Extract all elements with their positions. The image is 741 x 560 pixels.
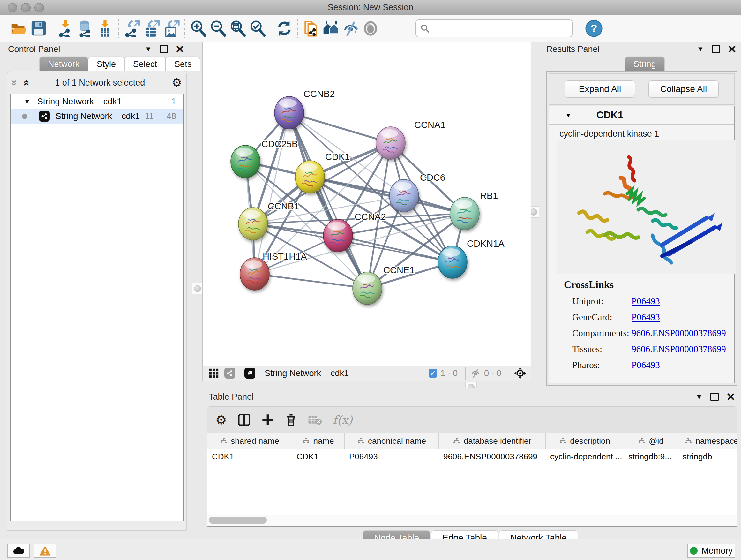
node-label-CCNA2: CCNA2: [354, 212, 386, 222]
column-header-name[interactable]: name: [292, 433, 345, 449]
results-panel: Results Panel ▼ ✕ String Expand All Coll…: [542, 42, 741, 388]
network-row-selected[interactable]: String Network – cdk1 11 48: [10, 109, 183, 124]
column-header-canonical-name[interactable]: canonical name: [345, 433, 439, 449]
save-session-icon[interactable]: [29, 18, 49, 38]
search-icon: [420, 23, 430, 34]
collection-label: String Network – cdk1: [37, 97, 172, 107]
panel-close-icon[interactable]: ✕: [176, 46, 185, 52]
create-column-plus-icon[interactable]: [261, 414, 274, 426]
zoom-in-icon[interactable]: [188, 18, 208, 38]
column-header-namespace[interactable]: namespace: [678, 433, 737, 449]
memory-button[interactable]: Memory: [687, 544, 735, 558]
collapse-all-networks-icon[interactable]: »: [19, 80, 31, 86]
tab-style[interactable]: Style: [88, 57, 125, 71]
refresh-icon[interactable]: [274, 18, 294, 38]
memory-status-dot-icon: [690, 547, 697, 555]
hide-selected-icon[interactable]: [341, 18, 360, 38]
toolbar-separator: [185, 19, 185, 38]
edge-CCNB2-CCNA1[interactable]: [289, 113, 391, 143]
table-cell[interactable]: CDK1: [207, 449, 292, 464]
collection-expand-triangle-icon[interactable]: ▼: [24, 98, 30, 105]
panel-menu-caret-icon[interactable]: ▼: [145, 45, 152, 53]
tab-select[interactable]: Select: [125, 57, 165, 71]
crosslink-link[interactable]: P06493: [631, 360, 660, 370]
table-cell[interactable]: 9606.ENSP00000378699: [439, 449, 546, 464]
search-input[interactable]: [415, 19, 572, 37]
fit-content-crosshair-icon[interactable]: [514, 367, 527, 380]
delete-column-trash-icon[interactable]: [285, 414, 297, 426]
export-image-icon[interactable]: [161, 18, 181, 38]
crosslink-link[interactable]: 9606.ENSP00000378699: [631, 344, 726, 354]
export-network-icon[interactable]: [122, 18, 142, 38]
node-RB1[interactable]: RB1: [450, 191, 498, 230]
panel-close-icon[interactable]: ✕: [726, 394, 736, 400]
import-network-icon[interactable]: [56, 18, 75, 38]
column-header-shared-name[interactable]: shared name: [207, 433, 292, 449]
gene-collapse-triangle-icon[interactable]: ▼: [565, 112, 571, 119]
node-CCNA1[interactable]: CCNA1: [376, 120, 446, 159]
left-splitter-handle[interactable]: [192, 283, 203, 294]
panel-menu-caret-icon[interactable]: ▼: [697, 45, 704, 53]
network-options-gear-icon[interactable]: ⚙: [172, 77, 182, 88]
panel-float-icon[interactable]: [159, 45, 168, 53]
panel-float-icon[interactable]: [712, 45, 720, 53]
delete-table-icon[interactable]: [308, 415, 322, 425]
selected-checkbox-icon[interactable]: ✓: [428, 369, 437, 378]
first-neighbors-icon[interactable]: [301, 18, 321, 38]
warning-button[interactable]: [33, 544, 57, 558]
crosslink-link[interactable]: 9606.ENSP00000378699: [631, 328, 726, 338]
node-CDKN1A[interactable]: CDKN1A: [438, 239, 504, 278]
view-string-icon[interactable]: [224, 368, 235, 379]
show-columns-icon[interactable]: [238, 414, 251, 426]
collapse-all-button[interactable]: Collapse All: [649, 80, 719, 98]
table-row[interactable]: CDK1CDK1P064939606.ENSP00000378699cyclin…: [207, 449, 737, 464]
zoom-out-icon[interactable]: [208, 18, 228, 38]
network-view-toolbar: String Network – cdk1 ✓ 1 - 0 0 - 0: [202, 366, 531, 381]
node-label-CCNE1: CCNE1: [383, 265, 414, 275]
table-cell[interactable]: P06493: [345, 449, 439, 464]
grid-mode-icon[interactable]: [208, 368, 219, 379]
import-database-icon[interactable]: [75, 18, 95, 38]
edge-HIST1H1A-CCNE1[interactable]: [255, 274, 367, 288]
function-builder-icon[interactable]: f(x): [333, 414, 353, 427]
edge-CCNB2-CCNE1[interactable]: [289, 113, 367, 288]
panel-float-icon[interactable]: [711, 393, 719, 401]
panel-menu-caret-icon[interactable]: ▼: [696, 393, 703, 401]
table-cell[interactable]: cyclin-dependent ...: [546, 449, 624, 464]
scrollbar-thumb[interactable]: [209, 516, 267, 523]
network-collection-row[interactable]: ▼ String Network – cdk1 1: [10, 94, 183, 109]
crosslink-link[interactable]: P06493: [631, 312, 660, 322]
table-cell[interactable]: stringdb:9...: [624, 449, 678, 464]
open-session-icon[interactable]: [9, 18, 29, 38]
node-CCNE1[interactable]: CCNE1: [353, 265, 414, 305]
gene-header-row[interactable]: ▼ CDK1: [549, 106, 734, 125]
tab-network[interactable]: Network: [39, 57, 88, 71]
hidden-eye-icon[interactable]: [470, 368, 481, 379]
column-header--id[interactable]: @id: [624, 433, 678, 449]
column-header-database-identifier[interactable]: database identifier: [439, 433, 546, 449]
string-network-graph[interactable]: CCNB2CCNA1CDC25BCDK1CDC6RB1CCNB1CCNA2CDK…: [203, 42, 531, 366]
node-HIST1H1A[interactable]: HIST1H1A: [240, 251, 307, 290]
cloud-status-button[interactable]: [7, 544, 30, 558]
birds-eye-view-icon[interactable]: [245, 368, 255, 379]
import-table-icon[interactable]: [95, 18, 115, 38]
tab-string-results[interactable]: String: [625, 57, 665, 71]
show-all-icon[interactable]: [360, 18, 381, 38]
table-h-scrollbar[interactable]: [207, 515, 737, 527]
table-cell[interactable]: stringdb: [678, 449, 737, 464]
new-session-home-icon[interactable]: [321, 18, 341, 38]
tab-sets[interactable]: Sets: [165, 57, 200, 71]
help-icon[interactable]: ?: [584, 18, 604, 38]
expand-all-button[interactable]: Expand All: [565, 80, 635, 98]
network-canvas[interactable]: CCNB2CCNA1CDC25BCDK1CDC6RB1CCNB1CCNA2CDK…: [202, 42, 531, 366]
table-options-gear-icon[interactable]: ⚙: [215, 414, 227, 426]
export-table-icon[interactable]: [142, 18, 161, 38]
zoom-selected-icon[interactable]: [248, 18, 267, 38]
column-header-description[interactable]: description: [546, 433, 624, 449]
table-cell[interactable]: CDK1: [292, 449, 345, 464]
view-toolbar-separator: [260, 367, 260, 380]
zoom-fit-icon[interactable]: [228, 18, 248, 38]
crosslink-link[interactable]: P06493: [631, 296, 660, 307]
crosslink-row: Uniprot:P06493: [564, 296, 728, 307]
panel-close-icon[interactable]: ✕: [728, 46, 737, 52]
